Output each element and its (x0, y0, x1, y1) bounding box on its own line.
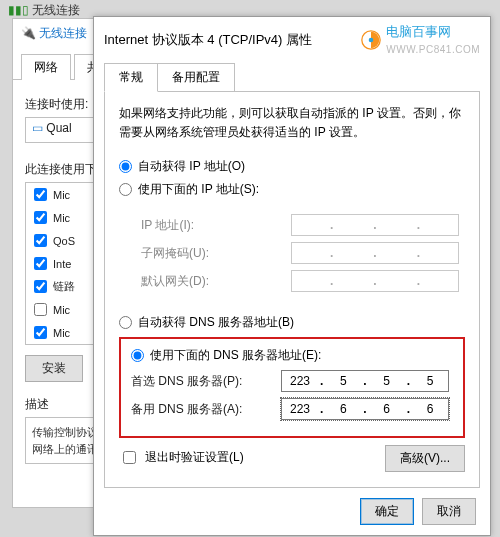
tab-alternate[interactable]: 备用配置 (157, 63, 235, 92)
subnet-mask-row: 子网掩码(U): ... (141, 242, 453, 264)
ok-button[interactable]: 确定 (360, 498, 414, 525)
radio-auto-dns[interactable]: 自动获得 DNS 服务器地址(B) (119, 314, 465, 331)
preferred-dns-row: 首选 DNS 服务器(P): . . . (131, 370, 453, 392)
radio-manual-dns-input[interactable] (131, 349, 144, 362)
list-item-check[interactable] (34, 303, 47, 316)
advanced-button[interactable]: 高级(V)... (385, 445, 465, 472)
service-list[interactable]: Mic Mic QoS Inte 链路 Mic Mic (25, 182, 95, 345)
dialog-title: Internet 协议版本 4 (TCP/IPv4) 属性 (104, 31, 312, 49)
info-text: 如果网络支持此功能，则可以获取自动指派的 IP 设置。否则，你需要从网络系统管理… (119, 104, 465, 142)
general-tab-panel: 如果网络支持此功能，则可以获取自动指派的 IP 设置。否则，你需要从网络系统管理… (104, 91, 480, 488)
radio-auto-ip[interactable]: 自动获得 IP 地址(O) (119, 158, 465, 175)
alternate-dns-row: 备用 DNS 服务器(A): . . . (131, 398, 453, 420)
radio-auto-ip-input[interactable] (119, 160, 132, 173)
list-item-check[interactable] (34, 234, 47, 247)
watermark-logo: 电脑百事网 WWW.PC841.COM (360, 23, 480, 56)
tab-network[interactable]: 网络 (21, 54, 71, 80)
radio-auto-dns-input[interactable] (119, 316, 132, 329)
list-item-check[interactable] (34, 257, 47, 270)
default-gateway-row: 默认网关(D): ... (141, 270, 453, 292)
cancel-button[interactable]: 取消 (422, 498, 476, 525)
radio-manual-ip[interactable]: 使用下面的 IP 地址(S): (119, 181, 465, 198)
install-button[interactable]: 安装 (25, 355, 83, 382)
svg-point-1 (369, 37, 374, 42)
list-item-check[interactable] (34, 326, 47, 339)
list-item-check[interactable] (34, 188, 47, 201)
default-gateway-input: ... (291, 270, 459, 292)
radio-manual-ip-input[interactable] (119, 183, 132, 196)
preferred-dns-input[interactable]: . . . (281, 370, 449, 392)
ip-address-row: IP 地址(I): ... (141, 214, 453, 236)
ip-address-input: ... (291, 214, 459, 236)
list-item-check[interactable] (34, 280, 47, 293)
background-window-title: ▮▮▯ 无线连接 (8, 2, 80, 19)
alternate-dns-input[interactable]: . . . (281, 398, 449, 420)
subnet-mask-input: ... (291, 242, 459, 264)
radio-manual-dns[interactable]: 使用下面的 DNS 服务器地址(E): (131, 347, 453, 364)
ipv4-properties-dialog: Internet 协议版本 4 (TCP/IPv4) 属性 电脑百事网 WWW.… (93, 16, 491, 536)
validate-on-exit-checkbox[interactable] (123, 451, 136, 464)
tab-general[interactable]: 常规 (104, 63, 158, 92)
list-item-check[interactable] (34, 211, 47, 224)
dns-highlight-box: 使用下面的 DNS 服务器地址(E): 首选 DNS 服务器(P): . . .… (119, 337, 465, 438)
